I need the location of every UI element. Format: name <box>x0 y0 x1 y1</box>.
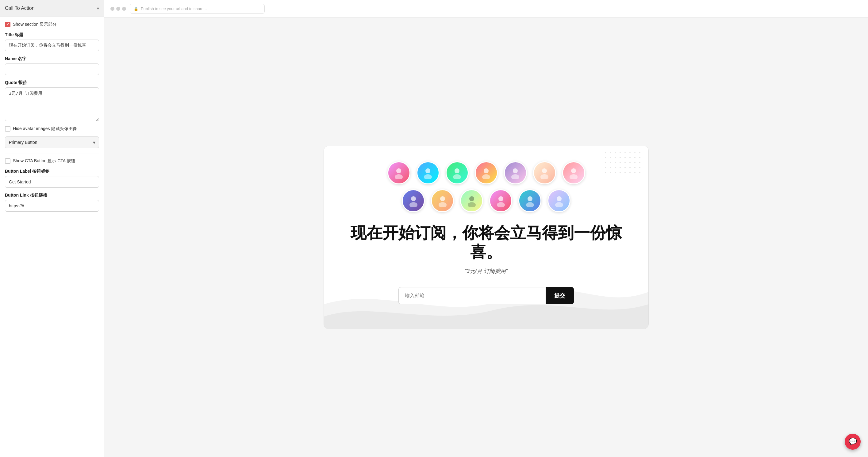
url-placeholder-text: Publish to see your url and to share... <box>141 6 207 11</box>
button-link-input[interactable] <box>5 200 99 212</box>
primary-button-select[interactable]: Primary Button <box>5 136 99 148</box>
chat-bubble-button[interactable]: 💬 <box>845 434 861 450</box>
avatar-6 <box>533 161 556 184</box>
avatar-9 <box>431 189 454 212</box>
avatar-row-1 <box>388 161 585 184</box>
svg-point-10 <box>542 169 547 173</box>
avatar-2 <box>416 161 439 184</box>
avatar-7 <box>562 161 585 184</box>
avatar-10 <box>460 189 483 212</box>
button-label-label: Button Label 按钮标签 <box>5 169 99 174</box>
svg-point-19 <box>468 202 476 207</box>
svg-point-16 <box>440 196 445 201</box>
avatar-12 <box>518 189 541 212</box>
svg-point-21 <box>497 202 505 207</box>
preview-toolbar: 🔒 Publish to see your url and to share..… <box>104 0 868 18</box>
quote-field-group: Quote 报价 3元/月 订阅费用 <box>5 80 99 121</box>
toolbar-dots <box>111 7 126 11</box>
svg-point-20 <box>498 196 503 201</box>
button-link-field-group: Button Link 按钮链接 <box>5 193 99 212</box>
button-label-field-group: Button Label 按钮标签 <box>5 169 99 188</box>
svg-point-0 <box>396 169 401 173</box>
sidebar: Call To Action ▾ Show section 显示部分 Title… <box>0 0 104 457</box>
quote-textarea[interactable]: 3元/月 订阅费用 <box>5 87 99 121</box>
show-section-row: Show section 显示部分 <box>5 22 99 27</box>
url-bar[interactable]: 🔒 Publish to see your url and to share..… <box>130 4 265 14</box>
dot-3 <box>122 7 126 11</box>
svg-point-5 <box>453 174 461 179</box>
svg-point-15 <box>409 202 417 207</box>
avatar-1 <box>388 161 410 184</box>
name-field-group: Name 名字 <box>5 56 99 75</box>
preview-area: 🔒 Publish to see your url and to share..… <box>104 0 868 457</box>
svg-point-14 <box>411 196 416 201</box>
svg-point-18 <box>469 196 474 201</box>
svg-point-6 <box>484 169 489 173</box>
quote-label: Quote 报价 <box>5 80 99 86</box>
svg-point-2 <box>426 169 430 173</box>
avatar-3 <box>446 161 469 184</box>
title-input[interactable] <box>5 39 99 51</box>
svg-point-1 <box>395 174 403 179</box>
svg-point-3 <box>424 174 432 179</box>
svg-point-12 <box>571 169 576 173</box>
svg-point-8 <box>513 169 518 173</box>
email-form: 提交 <box>342 287 630 304</box>
avatar-11 <box>489 189 512 212</box>
avatars-section <box>342 161 630 212</box>
svg-point-7 <box>482 174 490 179</box>
avatar-13 <box>548 189 570 212</box>
svg-point-11 <box>540 174 549 179</box>
title-field-group: Title 标题 <box>5 32 99 51</box>
divider <box>5 153 99 153</box>
chevron-down-icon[interactable]: ▾ <box>97 6 99 11</box>
hide-avatar-row: Hide avatar images 隐藏头像图像 <box>5 126 99 131</box>
avatar-4 <box>475 161 498 184</box>
svg-point-22 <box>528 196 532 201</box>
button-label-input[interactable] <box>5 176 99 188</box>
lock-icon: 🔒 <box>134 7 138 11</box>
dot-2 <box>116 7 120 11</box>
svg-point-23 <box>526 202 534 207</box>
show-cta-checkbox[interactable] <box>5 158 10 164</box>
cta-title: 现在开始订阅，你将会立马得到一份惊喜。 <box>342 223 630 262</box>
chat-icon: 💬 <box>849 438 857 446</box>
svg-point-17 <box>439 202 446 207</box>
primary-button-select-wrapper: Primary Button <box>5 136 99 148</box>
show-cta-row: Show CTA Button 显示 CTA 按钮 <box>5 158 99 164</box>
name-input[interactable] <box>5 63 99 75</box>
avatar-5 <box>504 161 527 184</box>
svg-point-24 <box>557 196 562 201</box>
svg-point-4 <box>455 169 460 173</box>
hide-avatar-checkbox[interactable] <box>5 126 10 131</box>
hide-avatar-label: Hide avatar images 隐藏头像图像 <box>13 126 77 131</box>
preview-content: 现在开始订阅，你将会立马得到一份惊喜。 "3元/月 订阅费用" 提交 <box>104 18 868 457</box>
dot-1 <box>111 7 115 11</box>
sidebar-content: Show section 显示部分 Title 标题 Name 名字 Quote… <box>0 17 104 217</box>
name-label: Name 名字 <box>5 56 99 62</box>
cta-quote: "3元/月 订阅费用" <box>342 268 630 275</box>
button-link-label: Button Link 按钮链接 <box>5 193 99 198</box>
submit-button[interactable]: 提交 <box>546 287 574 304</box>
svg-point-25 <box>555 202 563 207</box>
cta-card: 现在开始订阅，你将会立马得到一份惊喜。 "3元/月 订阅费用" 提交 <box>323 146 649 329</box>
svg-point-13 <box>569 174 578 179</box>
title-label: Title 标题 <box>5 32 99 38</box>
sidebar-header: Call To Action ▾ <box>0 0 104 17</box>
show-section-label: Show section 显示部分 <box>13 22 57 27</box>
svg-point-9 <box>511 174 519 179</box>
avatar-row-2 <box>402 189 570 212</box>
show-section-checkbox[interactable] <box>5 22 10 27</box>
show-cta-label: Show CTA Button 显示 CTA 按钮 <box>13 158 75 164</box>
sidebar-title: Call To Action <box>5 5 35 11</box>
avatar-8 <box>402 189 425 212</box>
email-input[interactable] <box>398 287 546 304</box>
